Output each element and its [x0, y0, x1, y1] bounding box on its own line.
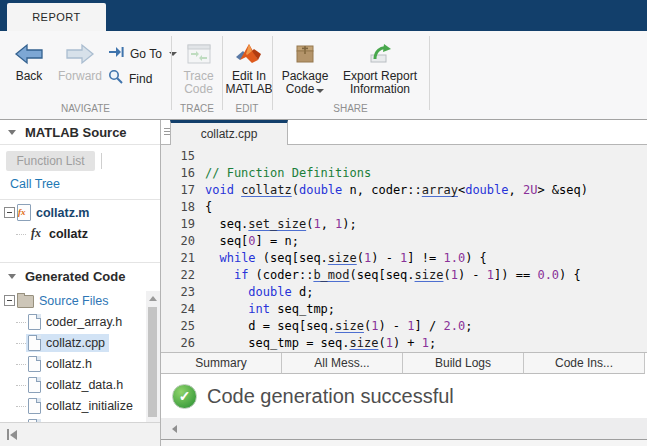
code-text: (seq[seq. [256, 251, 328, 265]
code-text: 1 [407, 319, 414, 333]
tree-item-body[interactable]: coder_array.h [26, 313, 126, 331]
code-text: ] = n; [256, 234, 299, 248]
bottom-tab-all-mess[interactable]: All Mess... [282, 353, 403, 374]
code-line: 21 while (seq[seq.size(1) - 1] != 1.0) { [161, 250, 647, 267]
tree-item-body[interactable]: collatz.h [26, 355, 96, 373]
collapse-triangle-icon [8, 130, 16, 135]
export-report-information-button[interactable]: Export Report Information [334, 40, 426, 96]
code-text: (seq[seq. [350, 268, 415, 282]
scroll-up-icon[interactable] [149, 296, 157, 301]
status-text: Code generation successful [207, 385, 454, 408]
code-text: , [509, 183, 523, 197]
code-text: ] / [415, 319, 444, 333]
call-tree-link[interactable]: Call Tree [10, 177, 60, 191]
window-bottom-edge [161, 440, 647, 446]
edit-in-matlab-button[interactable]: Edit In MATLAB [226, 40, 272, 96]
tree-item-body[interactable]: collatz_initialize [26, 397, 137, 415]
package-code-button[interactable]: Package Code [278, 40, 332, 96]
forward-button[interactable]: Forward [54, 40, 106, 83]
code-text: ) { [465, 251, 487, 265]
tree-item[interactable]: collatz.cpp [0, 332, 146, 353]
code-text: 1 [451, 268, 458, 282]
code-text: 1 [487, 268, 494, 282]
scroll-left-icon[interactable] [172, 425, 177, 433]
bottom-tab-build-logs[interactable]: Build Logs [403, 353, 524, 374]
tree-item-body[interactable]: collatz_data.h [26, 376, 127, 394]
back-button[interactable]: Back [6, 40, 52, 83]
line-number: 20 [161, 233, 205, 250]
code-text: > &seq) [537, 183, 588, 197]
back-arrow-icon [14, 40, 44, 67]
code-symbol-link[interactable]: size [415, 268, 444, 282]
tree-item[interactable]: fxcollatz [0, 223, 160, 244]
tree-item-label: collatz_initialize [46, 399, 133, 413]
file-icon [28, 398, 41, 414]
scrollbar-thumb[interactable] [148, 307, 157, 417]
code-line: 26 seq_tmp = seq.size(1) + 1; [161, 335, 647, 352]
tree-guide-line [16, 405, 26, 407]
bottom-tab-code-ins[interactable]: Code Ins... [524, 353, 645, 374]
tree-item[interactable]: collatz.m [0, 202, 160, 223]
expand-collapse-box[interactable] [4, 295, 15, 306]
code-text: d; [292, 285, 314, 299]
code-symbol-link[interactable]: size [328, 251, 357, 265]
code-text: 2.0 [443, 319, 465, 333]
code-symbol-link[interactable]: size [335, 319, 364, 333]
tree-item-body[interactable]: fxcollatz [26, 225, 92, 242]
tree-item-body[interactable]: collatz.m [15, 203, 94, 222]
find-button[interactable]: Find [108, 69, 152, 88]
folder-icon [17, 295, 34, 308]
tree-item[interactable]: Source Files [0, 290, 146, 311]
trace-code-button[interactable]: Trace Code [176, 40, 221, 96]
doc-tab-collatz-cpp[interactable]: collatz.cpp [170, 120, 288, 145]
code-symbol-link[interactable]: size [350, 336, 379, 350]
line-number: 22 [161, 267, 205, 284]
tree-scrollbar[interactable] [146, 291, 160, 422]
matlab-file-icon [17, 204, 31, 221]
goto-button[interactable]: Go To [108, 45, 177, 62]
code-text: double [465, 183, 508, 197]
function-list-button[interactable]: Function List [6, 151, 95, 171]
code-text: if [234, 268, 248, 282]
code-symbol-link[interactable]: collatz [241, 183, 292, 197]
bottom-tab-bar: SummaryAll Mess...Build LogsCode Ins... [161, 352, 647, 374]
code-text: int [248, 302, 270, 316]
tree-item[interactable]: coder_array.h [0, 311, 146, 332]
tree-item-body[interactable]: collatz.cpp [26, 334, 109, 352]
matlab-source-header[interactable]: MATLAB Source [0, 120, 160, 145]
tree-item[interactable]: collatz.h [0, 353, 146, 374]
bottom-tab-summary[interactable]: Summary [161, 353, 282, 374]
code-text: ) - [371, 251, 400, 265]
code-text: 1.0 [443, 251, 465, 265]
generated-code-header[interactable]: Generated Code [0, 264, 160, 289]
tree-item-label: collatz [49, 227, 88, 241]
code-symbol-link[interactable]: set_size [248, 217, 306, 231]
tab-report[interactable]: REPORT [7, 3, 106, 31]
tree-item[interactable]: collatz_data.h [0, 374, 146, 395]
tree-item[interactable]: collatz_initialize [0, 395, 146, 416]
matlab-source-tree: collatz.mfxcollatz [0, 202, 160, 250]
code-text: double [299, 183, 342, 197]
section-label-trace: TRACE [172, 103, 222, 114]
horizontal-scrollbar[interactable] [161, 418, 647, 439]
code-text: seq_tmp = seq. [205, 336, 350, 350]
collapse-triangle-icon [8, 274, 16, 279]
code-text: 0 [248, 234, 255, 248]
tree-guide-line [16, 321, 26, 323]
code-text: void [205, 183, 234, 197]
collapse-panel-icon[interactable] [7, 429, 17, 440]
code-text: double [248, 285, 291, 299]
tree-item-body[interactable]: Source Files [15, 292, 112, 309]
code-symbol-link[interactable]: b_mod [313, 268, 349, 282]
expand-collapse-box[interactable] [4, 207, 15, 218]
code-text [205, 268, 234, 282]
matlab-logo-icon [235, 40, 263, 67]
generated-code-tree: Source Filescoder_array.hcollatz.cppcoll… [0, 290, 146, 422]
code-text: ) + [393, 336, 422, 350]
code-pane[interactable]: 1516// Function Definitions17void collat… [161, 145, 647, 352]
code-text: (coder:: [248, 268, 313, 282]
code-text: ) - [378, 319, 407, 333]
line-number: 19 [161, 216, 205, 233]
code-symbol-link[interactable]: array [422, 183, 458, 197]
magnifier-icon [108, 69, 124, 88]
